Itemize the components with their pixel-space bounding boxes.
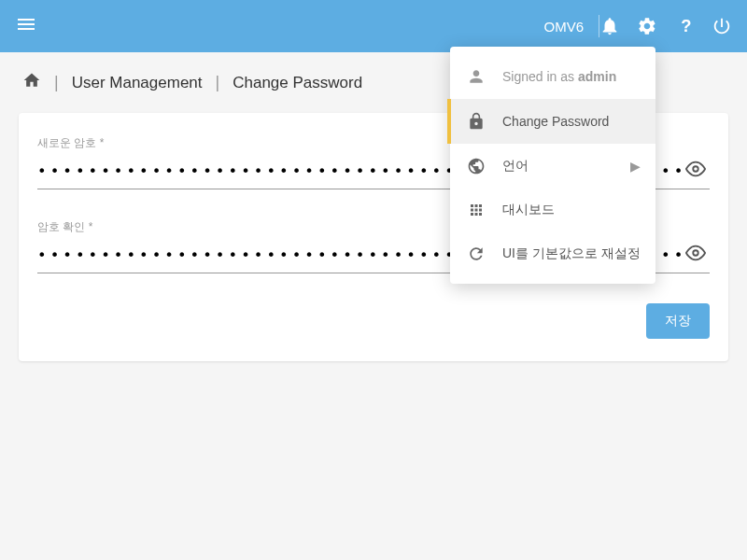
menu-label: 언어 xyxy=(502,158,630,175)
breadcrumb-item-user-management[interactable]: User Management xyxy=(72,74,203,92)
hamburger-menu-icon[interactable] xyxy=(15,13,37,39)
breadcrumb-separator: | xyxy=(216,73,220,92)
person-icon xyxy=(465,67,487,86)
svg-point-1 xyxy=(693,166,698,172)
menu-label: UI를 기본값으로 재설정 xyxy=(502,245,641,262)
globe-icon xyxy=(465,157,487,175)
menu-item-signed-in: Signed in as admin xyxy=(450,54,655,99)
grid-icon xyxy=(465,202,487,218)
eye-icon[interactable] xyxy=(682,155,710,187)
lock-icon xyxy=(465,112,487,131)
save-button[interactable]: 저장 xyxy=(646,303,710,339)
breadcrumb-item-change-password: Change Password xyxy=(233,74,362,92)
eye-icon[interactable] xyxy=(682,239,710,271)
help-icon[interactable]: ? xyxy=(674,16,695,36)
power-icon[interactable] xyxy=(712,16,732,36)
menu-label: 대시보드 xyxy=(502,202,641,218)
menu-item-language[interactable]: 언어 ▶ xyxy=(450,144,655,189)
menu-item-change-password[interactable]: Change Password xyxy=(450,99,655,144)
bell-icon[interactable] xyxy=(599,16,620,36)
button-row: 저장 xyxy=(37,303,710,339)
settings-dropdown-menu: Signed in as admin Change Password 언어 ▶ … xyxy=(450,47,655,284)
menu-item-reset-ui[interactable]: UI를 기본값으로 재설정 xyxy=(450,231,655,276)
signed-in-label: Signed in as admin xyxy=(502,69,641,84)
home-icon[interactable] xyxy=(22,71,41,94)
refresh-icon xyxy=(465,245,487,263)
svg-text:?: ? xyxy=(681,16,691,35)
menu-label: Change Password xyxy=(502,114,641,129)
breadcrumb-separator: | xyxy=(54,73,59,92)
gear-icon[interactable] xyxy=(637,16,657,36)
svg-point-2 xyxy=(693,250,698,256)
app-title: OMV6 xyxy=(543,19,584,35)
menu-item-dashboard[interactable]: 대시보드 xyxy=(450,189,655,231)
top-bar: OMV6 ? xyxy=(0,0,747,52)
chevron-right-icon: ▶ xyxy=(630,159,641,174)
